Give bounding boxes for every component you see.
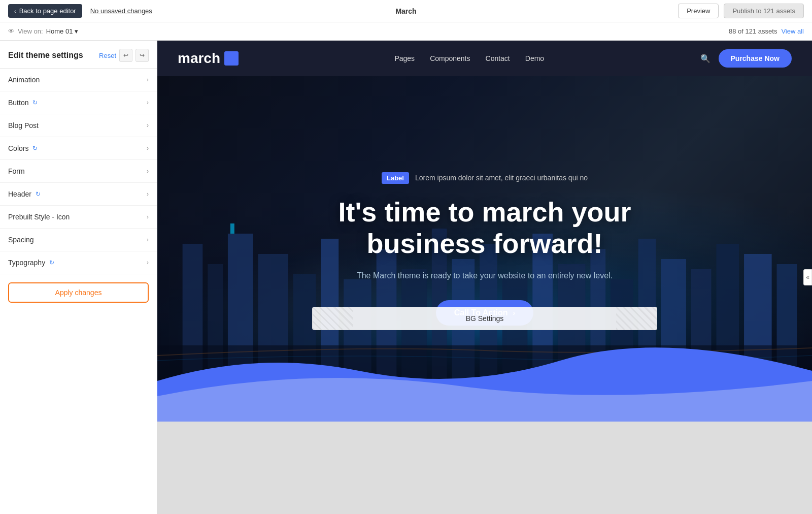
chevron-down-button-icon: ›	[147, 99, 149, 106]
apply-changes-button[interactable]: Apply changes	[8, 282, 149, 303]
refresh-header-icon: ↻	[36, 190, 41, 198]
sidebar-item-spacing[interactable]: Spacing ›	[0, 229, 157, 251]
nav-link-components[interactable]: Components	[430, 54, 470, 62]
search-icon[interactable]: 🔍	[700, 54, 710, 63]
sidebar-item-animation[interactable]: Animation ›	[0, 69, 157, 91]
sidebar-item-blog-post[interactable]: Blog Post ›	[0, 114, 157, 137]
sidebar-header: Edit theme settings Reset ↩ ↪	[0, 41, 157, 69]
refresh-button-icon: ↻	[32, 99, 38, 106]
assets-info: 88 of 121 assets View all	[729, 27, 804, 35]
page-selector[interactable]: Home 01 ▾	[46, 27, 79, 35]
sidebar-item-prebuilt-label: Prebuilt Style - Icon	[8, 213, 70, 221]
redo-button[interactable]: ↪	[136, 49, 149, 62]
unsaved-changes-label[interactable]: No unsaved changes	[90, 7, 152, 15]
preview-nav-links: Pages Components Contact Demo	[394, 54, 544, 62]
hero-label-badge: Label	[382, 172, 409, 184]
theme-preview: march Pages Components Contact Demo 🔍 Pu…	[157, 41, 812, 514]
back-to-editor-button[interactable]: ‹ Back to page editor	[8, 4, 82, 18]
bg-settings-label: BG Settings	[466, 314, 504, 323]
top-bar: ‹ Back to page editor No unsaved changes…	[0, 0, 812, 22]
page-title: March	[395, 7, 416, 15]
assets-count: 88 of 121 assets	[729, 27, 777, 35]
sidebar-items-list: Animation › Button ↻ › Blog Post › Color…	[0, 69, 157, 274]
logo-square-icon	[224, 51, 239, 66]
sidebar: Edit theme settings Reset ↩ ↪ Animation …	[0, 41, 157, 514]
chevron-down-form-icon: ›	[147, 168, 149, 175]
hero-heading: It's time to march your business forward…	[277, 196, 693, 259]
view-all-link[interactable]: View all	[781, 27, 804, 35]
refresh-colors-icon: ↻	[32, 145, 38, 152]
second-bar: 👁 View on: Home 01 ▾ 88 of 121 assets Vi…	[0, 22, 812, 41]
bg-settings-inner: BG Settings	[312, 307, 657, 330]
reset-button[interactable]: Reset	[99, 52, 116, 59]
selected-page: Home 01	[46, 27, 73, 35]
hero-label-row: Label Lorem ipsum dolor sit amet, elit g…	[277, 172, 693, 184]
refresh-typography-icon: ↻	[49, 259, 54, 266]
sidebar-item-colors-label: Colors ↻	[8, 144, 38, 152]
svg-rect-4	[230, 223, 234, 234]
bg-settings-bar[interactable]: BG Settings	[312, 307, 657, 330]
top-bar-right: Preview Publish to 121 assets	[678, 4, 804, 18]
sidebar-item-typography[interactable]: Typography ↻ ›	[0, 251, 157, 274]
chevron-down-prebuilt-icon: ›	[147, 213, 149, 220]
chevron-down-animation-icon: ›	[147, 76, 149, 83]
back-button-label: Back to page editor	[19, 7, 76, 15]
logo-text: march	[178, 50, 220, 67]
eye-icon: 👁	[8, 27, 15, 35]
sidebar-item-header[interactable]: Header ↻ ›	[0, 183, 157, 206]
preview-logo: march	[178, 50, 239, 67]
nav-link-demo[interactable]: Demo	[525, 54, 544, 62]
chevron-down-icon: ▾	[75, 27, 78, 35]
sidebar-item-header-label: Header ↻	[8, 190, 41, 198]
nav-link-contact[interactable]: Contact	[486, 54, 510, 62]
preview-navbar: march Pages Components Contact Demo 🔍 Pu…	[157, 41, 812, 76]
sidebar-item-blog-post-label: Blog Post	[8, 121, 39, 130]
sidebar-item-button[interactable]: Button ↻ ›	[0, 91, 157, 114]
preview-button[interactable]: Preview	[678, 4, 719, 18]
nav-link-pages[interactable]: Pages	[394, 54, 415, 62]
chevron-down-header-icon: ›	[147, 190, 149, 198]
purchase-now-button[interactable]: Purchase Now	[719, 49, 792, 68]
wave-section	[157, 320, 812, 422]
sidebar-item-button-label: Button ↻	[8, 99, 38, 107]
chevron-down-typography-icon: ›	[147, 259, 149, 266]
sidebar-title: Edit theme settings	[8, 51, 83, 60]
collapse-sidebar-button[interactable]: «	[803, 269, 812, 285]
hero-section: Label Lorem ipsum dolor sit amet, elit g…	[157, 76, 812, 422]
sidebar-item-form[interactable]: Form ›	[0, 160, 157, 183]
sidebar-item-form-label: Form	[8, 167, 25, 175]
view-on-label: View on:	[18, 27, 43, 35]
hero-subtext: The March theme is ready to take your we…	[277, 269, 693, 282]
top-bar-left: ‹ Back to page editor No unsaved changes	[8, 4, 152, 18]
sidebar-item-typography-label: Typography ↻	[8, 259, 54, 267]
sidebar-item-animation-label: Animation	[8, 76, 40, 84]
sidebar-item-spacing-label: Spacing	[8, 236, 34, 244]
chevron-left-icon: ‹	[14, 8, 16, 14]
sidebar-controls: Reset ↩ ↪	[99, 49, 149, 62]
undo-button[interactable]: ↩	[119, 49, 132, 62]
main-layout: Edit theme settings Reset ↩ ↪ Animation …	[0, 41, 812, 514]
chevron-down-colors-icon: ›	[147, 145, 149, 152]
chevron-down-blog-icon: ›	[147, 122, 149, 129]
view-on-section: 👁 View on: Home 01 ▾	[8, 27, 78, 35]
publish-button[interactable]: Publish to 121 assets	[724, 4, 804, 18]
preview-nav-right: 🔍 Purchase Now	[700, 49, 792, 68]
hero-label-text: Lorem ipsum dolor sit amet, elit graeci …	[415, 174, 588, 182]
chevron-down-spacing-icon: ›	[147, 236, 149, 243]
sidebar-item-colors[interactable]: Colors ↻ ›	[0, 137, 157, 160]
preview-area: « march Pages Components Contact Demo 🔍 …	[157, 41, 812, 514]
sidebar-item-prebuilt[interactable]: Prebuilt Style - Icon ›	[0, 206, 157, 229]
